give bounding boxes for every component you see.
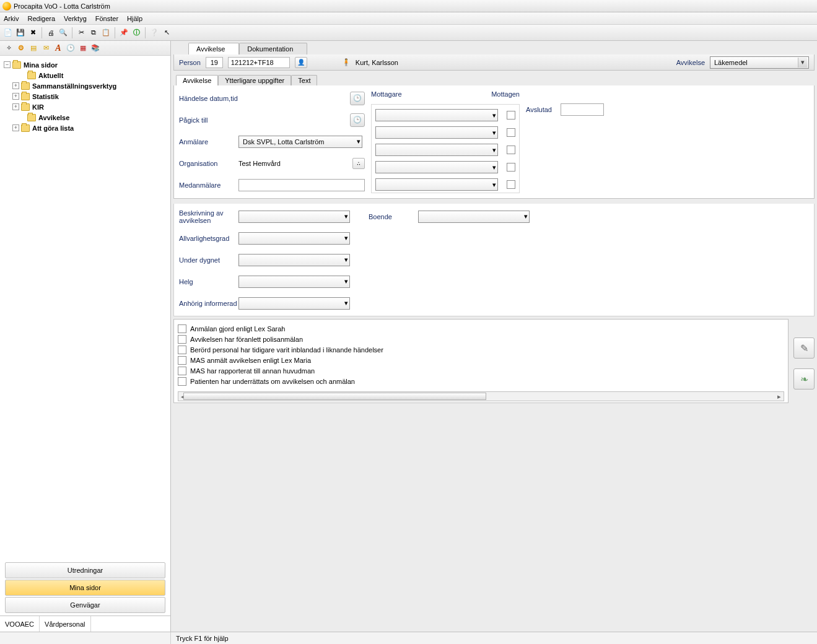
- wand-icon[interactable]: ✧: [4, 43, 14, 53]
- folder-icon: [27, 72, 36, 79]
- input-medanmalare[interactable]: [238, 179, 365, 191]
- tab-avvikelse[interactable]: Avvikelse: [188, 43, 239, 54]
- sub-tabs: Avvikelse Ytterligare uppgifter Text: [173, 72, 815, 85]
- title-bar: Procapita VoO - Lotta Carlström: [0, 0, 817, 12]
- mail-icon[interactable]: ✉: [41, 43, 51, 53]
- checkbox[interactable]: [178, 356, 186, 365]
- dropdown-mottagare-3[interactable]: ▾: [375, 144, 498, 156]
- checkbox[interactable]: [178, 377, 186, 386]
- tree-item-statistik[interactable]: Statistik: [32, 93, 59, 100]
- binoculars-icon[interactable]: 🔍: [58, 27, 69, 38]
- side-btn-genvagar[interactable]: Genvägar: [5, 597, 165, 613]
- clock-button[interactable]: 🕒: [350, 113, 365, 127]
- tab-label: Avvikelse: [196, 45, 225, 53]
- chart-icon[interactable]: ▦: [78, 43, 88, 53]
- help-icon[interactable]: ❔: [149, 27, 160, 38]
- plant-button[interactable]: ❧: [793, 368, 815, 389]
- clock-icon[interactable]: 🕒: [66, 43, 76, 53]
- tree-root[interactable]: Mina sidor: [24, 61, 58, 69]
- new-file-icon[interactable]: 📄: [2, 27, 14, 38]
- pointer-icon[interactable]: ↖: [161, 27, 172, 38]
- checkbox-mottagen-2[interactable]: [507, 128, 515, 137]
- side-btn-minasidor[interactable]: Mina sidor: [5, 580, 165, 596]
- org-picker-icon[interactable]: ⛬: [352, 158, 365, 169]
- checkbox-mottagen-3[interactable]: [507, 146, 515, 154]
- tree-item-aktuellt[interactable]: Aktuellt: [38, 72, 63, 79]
- check-label: MAS anmält avvikelsen enligt Lex Maria: [190, 357, 311, 364]
- checkbox[interactable]: [178, 346, 186, 354]
- folder-icon: [21, 93, 30, 100]
- subtab-avvikelse[interactable]: Avvikelse: [176, 75, 218, 85]
- tree-toggle[interactable]: +: [12, 124, 19, 131]
- dropdown-mottagare-1[interactable]: ▾: [375, 109, 498, 121]
- menu-hjalp[interactable]: Hjälp: [127, 15, 142, 22]
- label-dygn: Under dygnet: [179, 256, 238, 264]
- edit-note-button[interactable]: ✎: [793, 337, 815, 359]
- tree-item-avvikelse[interactable]: Avvikelse: [38, 114, 69, 121]
- mottagare-group: ▾ ▾ ▾ ▾ ▾: [371, 104, 520, 193]
- dropdown-dygn[interactable]: ▾: [238, 254, 350, 266]
- copy-icon[interactable]: ⧉: [88, 27, 99, 38]
- checkbox[interactable]: [178, 335, 186, 344]
- dropdown-anhorig[interactable]: ▾: [238, 297, 350, 310]
- subtab-text[interactable]: Text: [291, 75, 317, 85]
- chevron-down-icon: ▾: [357, 137, 360, 146]
- tree-item-kir[interactable]: KIR: [32, 103, 44, 111]
- dropdown-anmalare[interactable]: Dsk SVPL, Lotta Carlström ▾: [238, 136, 362, 148]
- delete-icon[interactable]: ✖: [27, 27, 38, 38]
- input-avslutad[interactable]: [561, 103, 604, 116]
- tab-dokumentation[interactable]: Dokumentation: [239, 43, 307, 54]
- person-id-century[interactable]: 19: [206, 57, 223, 68]
- tab-label: Avvikelse: [183, 77, 211, 84]
- person-id-number[interactable]: 121212+TF18: [228, 57, 290, 68]
- checkbox-mottagen-5[interactable]: [507, 180, 515, 189]
- tab-label: Dokumentation: [247, 45, 293, 53]
- menu-redigera[interactable]: Redigera: [27, 15, 55, 22]
- tree-toggle[interactable]: +: [12, 103, 19, 110]
- dropdown-allvar[interactable]: ▾: [238, 232, 350, 245]
- scroll-thumb[interactable]: [183, 393, 486, 400]
- side-btn-utredningar[interactable]: Utredningar: [5, 562, 165, 578]
- book-icon[interactable]: 📚: [90, 43, 100, 53]
- folder-icon: [21, 103, 30, 111]
- cut-icon[interactable]: ✂: [76, 27, 87, 38]
- info-icon[interactable]: ⓘ: [131, 27, 142, 38]
- sliders-icon[interactable]: ⚙: [16, 43, 26, 53]
- dropdown-boende[interactable]: ▾: [418, 211, 530, 223]
- tree-item-attgora[interactable]: Att göra lista: [32, 124, 74, 132]
- tree-toggle[interactable]: +: [12, 82, 19, 89]
- person-lookup-icon[interactable]: 👤: [295, 57, 307, 68]
- horizontal-scrollbar[interactable]: ◂ ▸: [178, 391, 784, 401]
- checkbox-mottagen-1[interactable]: [507, 111, 515, 120]
- tree-toggle[interactable]: +: [12, 93, 19, 100]
- script-a-icon[interactable]: A: [53, 43, 63, 53]
- dropdown-avvikelse-type[interactable]: Läkemedel ▾: [710, 56, 809, 69]
- dropdown-mottagare-4[interactable]: ▾: [375, 161, 498, 173]
- dropdown-mottagare-2[interactable]: ▾: [375, 126, 498, 139]
- dropdown-beskrivning[interactable]: ▾: [238, 211, 350, 223]
- menu-verktyg[interactable]: Verktyg: [64, 15, 87, 22]
- checkbox-mottagen-4[interactable]: [507, 163, 515, 172]
- menu-fonster[interactable]: Fönster: [95, 15, 118, 22]
- clock-button[interactable]: 🕒: [350, 92, 365, 105]
- paste-icon[interactable]: 📋: [100, 27, 111, 38]
- scroll-right-icon[interactable]: ▸: [775, 393, 784, 400]
- label-boende: Boende: [369, 213, 418, 220]
- chevron-down-icon: ▾: [524, 212, 528, 220]
- save-icon[interactable]: 💾: [15, 27, 26, 38]
- separator: [115, 27, 115, 38]
- checkbox[interactable]: [178, 367, 186, 375]
- status-bar: Tryck F1 för hjälp: [0, 632, 817, 644]
- label-person: Person: [179, 59, 201, 66]
- checkbox[interactable]: [178, 324, 186, 333]
- dropdown-mottagare-5[interactable]: ▾: [375, 178, 498, 191]
- badge-icon[interactable]: ▤: [28, 43, 38, 53]
- subtab-ytterligare[interactable]: Ytterligare uppgifter: [218, 75, 291, 85]
- pin-icon[interactable]: 📌: [118, 27, 129, 38]
- tree-toggle[interactable]: −: [4, 61, 11, 68]
- menu-arkiv[interactable]: Arkiv: [4, 15, 19, 22]
- print-icon[interactable]: 🖨: [45, 27, 56, 38]
- dropdown-helg[interactable]: ▾: [238, 276, 350, 288]
- label-avslutad: Avslutad: [526, 106, 561, 113]
- tree-item-samman[interactable]: Sammanställningsverktyg: [32, 82, 116, 90]
